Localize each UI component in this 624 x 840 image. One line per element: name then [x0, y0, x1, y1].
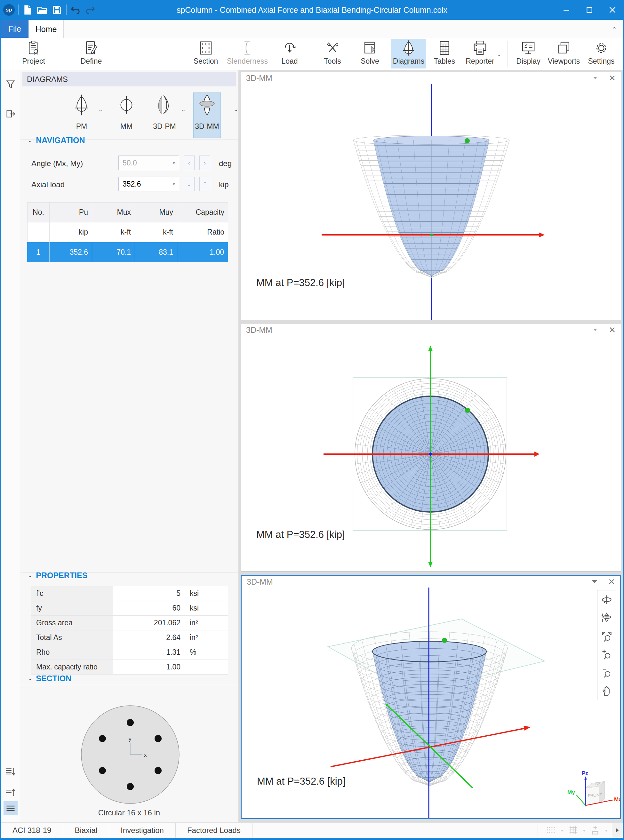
axial-up-button[interactable]: ⌃	[199, 177, 210, 191]
undo-button[interactable]	[70, 4, 81, 16]
panel-title: DIAGRAMS	[22, 72, 236, 86]
right-arrow-icon	[615, 828, 619, 833]
export-icon	[5, 108, 16, 119]
angle-next-button[interactable]: ›	[199, 156, 210, 170]
angle-value: 50.0	[122, 159, 137, 167]
unit-cell: k-ft	[92, 222, 135, 242]
rotate-z-button[interactable]	[599, 592, 614, 607]
viewport-header: 3D-MM ✕	[241, 72, 621, 84]
table-row-selected[interactable]: 1 352.6 70.1 83.1 1.00	[27, 242, 228, 262]
ribbon-tables-button[interactable]: Tables	[427, 39, 462, 68]
navigation-section-title: NAVIGATION	[36, 136, 85, 145]
mm3d-dropdown-icon[interactable]: ⌄	[233, 106, 238, 113]
add-view-icon[interactable]	[590, 825, 601, 836]
viewport-3dmm-perspective[interactable]: 3D-MM ✕ TOP FRONT Pz My	[241, 575, 621, 819]
angle-combobox[interactable]: 50.0 ▾	[118, 156, 179, 170]
collapse-all-button[interactable]	[3, 785, 18, 799]
viewport-menu-icon[interactable]	[592, 580, 597, 584]
diagram-pm-button[interactable]: PM	[68, 93, 95, 137]
ribbon-button-label: Solve	[361, 57, 379, 66]
chevron-down-icon[interactable]: ▾	[583, 828, 585, 833]
ribbon-tab-row: File Home ⌃	[0, 20, 624, 38]
slenderness-icon	[240, 39, 255, 57]
ribbon-define-button[interactable]: Define	[74, 39, 109, 68]
ribbon-section-button[interactable]: Section	[188, 39, 223, 68]
redo-button[interactable]	[85, 4, 96, 16]
nav-cube[interactable]: TOP FRONT Pz My Mx	[567, 770, 620, 806]
status-run-axis: Biaxial	[63, 823, 109, 838]
ribbon-display-button[interactable]: Display	[511, 39, 546, 68]
ribbon-tools-button[interactable]: Tools	[315, 39, 350, 68]
orbit-button[interactable]	[599, 611, 614, 625]
ribbon-load-button[interactable]: Load	[272, 39, 307, 68]
status-run-option: Investigation	[109, 823, 176, 838]
ribbon-viewports-button[interactable]: Viewports	[546, 39, 581, 68]
statusbar-expand-button[interactable]	[612, 823, 622, 838]
cube-mx-axis-label: Mx	[614, 797, 620, 803]
axial-unit: kip	[219, 180, 229, 189]
ribbon-settings-button[interactable]: Settings	[584, 39, 619, 68]
angle-prev-button[interactable]: ‹	[184, 156, 195, 170]
ribbon-solve-button[interactable]: Solve	[352, 39, 388, 68]
zoom-out-button[interactable]	[599, 665, 614, 680]
viewport-3dmm-top[interactable]: 3D-MM ✕ MM at P=352.6 [kip]	[241, 324, 621, 571]
viewport-title: 3D-MM	[246, 74, 272, 83]
section-section-header[interactable]: ⌄ SECTION	[28, 674, 71, 683]
property-label: Max. capacity ratio	[31, 660, 113, 675]
viewport-close-icon[interactable]: ✕	[609, 326, 616, 334]
undo-icon	[70, 5, 80, 15]
zoom-extents-button[interactable]	[599, 629, 614, 644]
divider	[18, 5, 19, 15]
property-unit: in²	[185, 630, 228, 645]
tab-home[interactable]: Home	[28, 20, 64, 39]
diagram-3dmm-button[interactable]: 3D-MM	[194, 93, 221, 137]
dots-grid-icon[interactable]	[545, 825, 556, 836]
reporter-dropdown-icon[interactable]: ⌄	[497, 51, 502, 58]
ribbon-button-label: Display	[516, 57, 540, 66]
app-logo[interactable]: sp	[3, 4, 15, 16]
mesh-grid-icon[interactable]	[568, 825, 579, 836]
collapse-ribbon-icon[interactable]: ⌃	[612, 26, 617, 33]
pan-button[interactable]	[599, 684, 614, 698]
tab-file[interactable]: File	[1, 20, 28, 38]
status-bar: ACI 318-19 Biaxial Investigation Factore…	[1, 822, 623, 838]
chevron-down-icon: ▾	[173, 160, 175, 166]
ribbon-diagrams-button[interactable]: Diagrams	[391, 39, 426, 68]
properties-section-header[interactable]: ⌄ PROPERTIES	[28, 571, 87, 580]
navigation-section-header[interactable]: ⌄ NAVIGATION	[28, 136, 85, 145]
diagram-mm-button[interactable]: MM	[113, 93, 140, 137]
property-unit: ksi	[185, 601, 228, 616]
panel-menu-button[interactable]	[3, 801, 18, 815]
viewport-close-icon[interactable]: ✕	[609, 74, 616, 82]
export-panel-button[interactable]	[3, 107, 18, 121]
expand-all-button[interactable]	[3, 765, 18, 779]
zoom-in-button[interactable]	[599, 647, 614, 662]
angle-label: Angle (Mx, My)	[31, 159, 83, 168]
ribbon-reporter-button[interactable]: Reporter	[462, 39, 497, 68]
chevron-down-icon[interactable]: ▾	[605, 828, 607, 833]
diagram-3dpm-button[interactable]: 3D-PM	[151, 93, 178, 137]
save-button[interactable]	[51, 4, 63, 16]
pm3d-dropdown-icon[interactable]: ⌄	[181, 106, 185, 113]
ribbon-project-button[interactable]: Project	[16, 39, 51, 68]
property-row: f'c 5 ksi	[31, 586, 228, 601]
axial-down-button[interactable]: ⌄	[184, 177, 195, 191]
chevron-down-icon: ▾	[173, 181, 175, 187]
unit-cell	[27, 222, 49, 242]
new-file-button[interactable]	[22, 4, 33, 16]
minimize-button[interactable]	[555, 0, 578, 20]
viewport-header: 3D-MM ✕	[242, 576, 620, 588]
close-button[interactable]	[601, 0, 624, 20]
axial-load-combobox[interactable]: 352.6 ▾	[118, 177, 179, 191]
viewport-close-icon[interactable]: ✕	[608, 578, 615, 586]
maximize-button[interactable]	[578, 0, 601, 20]
filter-button[interactable]	[3, 77, 18, 91]
viewport-3dmm-side[interactable]: 3D-MM ✕ MM at P=352.6 [kip]	[241, 72, 621, 320]
ribbon-button-label: Diagrams	[393, 57, 424, 66]
pm-dropdown-icon[interactable]: ⌄	[98, 106, 103, 113]
open-file-button[interactable]	[37, 4, 48, 16]
diagrams-icon	[401, 39, 416, 57]
viewport-menu-icon[interactable]	[594, 329, 597, 331]
viewport-menu-icon[interactable]	[594, 77, 597, 79]
chevron-down-icon[interactable]: ▾	[561, 828, 563, 833]
